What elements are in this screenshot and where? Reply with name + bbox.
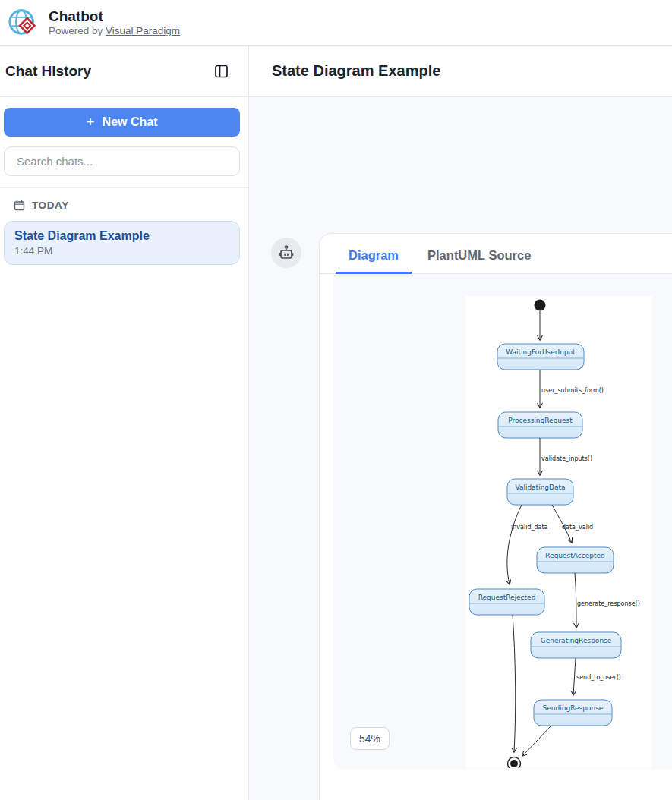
diagram-canvas[interactable]: WaitingForUserInput user_submits_form() …	[465, 296, 652, 768]
tab-diagram[interactable]: Diagram	[336, 248, 412, 274]
plus-icon: +	[86, 114, 94, 131]
message-card: Diagram PlantUML Source	[319, 233, 672, 800]
chat-list-item-active[interactable]: State Diagram Example 1:44 PM	[4, 221, 240, 265]
zoom-level-badge: 54%	[350, 727, 390, 750]
transition-label: send_to_user()	[576, 674, 621, 681]
search-chats-input[interactable]	[4, 146, 240, 176]
new-chat-label: New Chat	[103, 115, 158, 129]
visual-paradigm-logo-icon	[8, 7, 39, 39]
bot-avatar	[271, 238, 301, 268]
conversation-body: Diagram PlantUML Source	[249, 97, 672, 800]
state-box-processing-request: ProcessingRequest	[498, 412, 582, 438]
tab-plantuml-source[interactable]: PlantUML Source	[415, 248, 544, 274]
state-box-validating-data: ValidatingData	[507, 479, 573, 505]
sidebar-header: Chat History	[0, 46, 248, 97]
conversation-header: State Diagram Example	[249, 46, 672, 97]
brand-block: Chatbot Powered by Visual Paradigm	[49, 8, 180, 36]
state-label: RequestRejected	[478, 594, 536, 601]
chat-history-title: Chat History	[5, 63, 91, 80]
state-box-request-accepted: RequestAccepted	[537, 547, 614, 573]
state-box-request-rejected: RequestRejected	[469, 589, 544, 615]
calendar-icon	[14, 200, 25, 211]
transition-label: user_submits_form()	[541, 387, 604, 394]
chat-item-time: 1:44 PM	[14, 245, 229, 257]
initial-state-node	[535, 300, 546, 311]
powered-by-prefix: Powered by	[49, 25, 106, 36]
panel-left-icon	[214, 64, 229, 79]
chat-item-title: State Diagram Example	[14, 229, 229, 243]
transition-label: invalid_data	[511, 524, 548, 531]
state-box-sending-response: SendingResponse	[534, 700, 612, 726]
powered-by: Powered by Visual Paradigm	[49, 25, 180, 36]
state-label: RequestAccepted	[545, 552, 604, 559]
state-label: GeneratingResponse	[541, 637, 612, 644]
diagram-viewport[interactable]: WaitingForUserInput user_submits_form() …	[333, 274, 672, 769]
state-label: ProcessingRequest	[508, 417, 573, 424]
today-label: TODAY	[32, 200, 69, 211]
today-section-header: TODAY	[0, 188, 248, 211]
state-label: ValidatingData	[515, 483, 565, 491]
transition-label: data_valid	[562, 524, 593, 531]
transition-label: generate_response()	[577, 600, 640, 607]
transition-label: validate_inputs()	[541, 455, 592, 462]
sidebar-collapse-button[interactable]	[214, 64, 229, 79]
robot-avatar-icon	[277, 244, 295, 262]
visual-paradigm-link[interactable]: Visual Paradigm	[106, 25, 180, 36]
state-diagram-svg: WaitingForUserInput user_submits_form() …	[465, 296, 652, 768]
state-label: SendingResponse	[543, 704, 604, 712]
app-window: Chatbot Powered by Visual Paradigm Chat …	[0, 0, 672, 800]
tab-bar: Diagram PlantUML Source	[320, 234, 672, 274]
new-chat-button[interactable]: + New Chat	[4, 108, 240, 137]
sidebar: Chat History + New Chat TODAY	[0, 46, 249, 800]
main-panel: State Diagram Example Diagram PlantUML S…	[249, 46, 672, 800]
state-label: WaitingForUserInput	[506, 348, 576, 356]
state-box-generating-response: GeneratingResponse	[531, 632, 621, 658]
conversation-title: State Diagram Example	[272, 62, 440, 80]
state-box-waiting-for-user-input: WaitingForUserInput	[497, 344, 584, 370]
top-header: Chatbot Powered by Visual Paradigm	[0, 0, 672, 46]
final-state-node	[508, 757, 521, 769]
app-title: Chatbot	[49, 8, 180, 25]
